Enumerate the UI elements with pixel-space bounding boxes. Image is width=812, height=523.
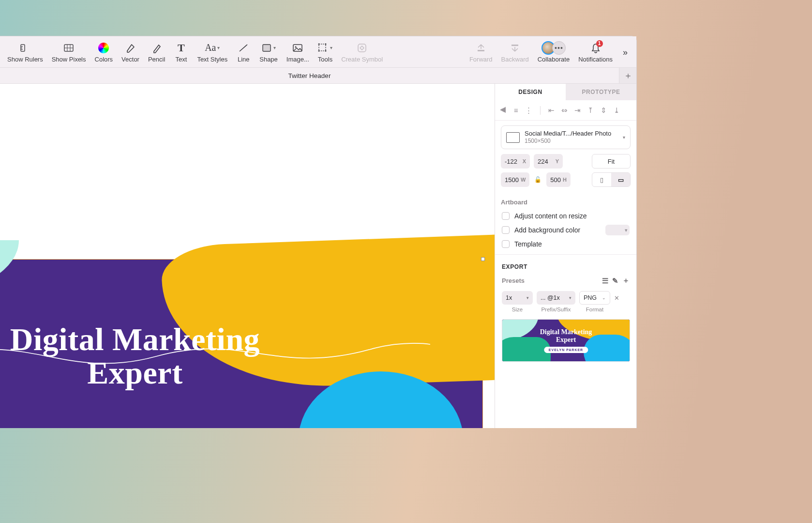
ruler-icon — [19, 42, 31, 54]
backward-icon — [509, 42, 521, 54]
tool-label: Tools — [318, 56, 332, 63]
x-field[interactable]: -122X — [501, 154, 530, 169]
canvas[interactable]: Digital Marketing Expert — [0, 83, 495, 428]
svg-rect-19 — [511, 45, 518, 46]
align-right-icon[interactable]: ⋮ — [525, 106, 532, 115]
text-icon: T — [178, 42, 185, 54]
line-tool[interactable]: Line — [232, 40, 255, 64]
tool-label: Forward — [469, 56, 493, 63]
checkbox-icon — [502, 240, 510, 248]
tools-dropdown[interactable]: ▾ Tools — [314, 40, 337, 64]
bell-icon: 1 — [590, 42, 601, 54]
align-vcenter-icon[interactable]: ⇕ — [601, 106, 607, 115]
checkbox-label: Add background color — [514, 226, 580, 234]
backward-tool: Backward — [497, 40, 533, 64]
y-field[interactable]: 224Y — [534, 154, 563, 169]
tool-label: Text — [175, 56, 187, 63]
tool-label: Notifications — [578, 56, 613, 63]
artboard-icon — [506, 132, 520, 143]
svg-point-13 — [318, 43, 319, 45]
add-tab-button[interactable]: ＋ — [619, 68, 636, 84]
portrait-icon[interactable]: ▯ — [592, 173, 611, 186]
add-preset-icon[interactable]: ＋ — [622, 276, 630, 285]
show-pixels-tool[interactable]: Show Pixels — [47, 40, 90, 64]
export-prefix-select[interactable]: ... @1x▾ — [537, 291, 575, 305]
pencil-tool[interactable]: Pencil — [144, 40, 169, 64]
shape-tool[interactable]: ▾ Shape — [255, 40, 282, 64]
colors-tool[interactable]: Colors — [90, 40, 118, 64]
toolbar: Show Rulers Show Pixels Colors Vector Pe… — [0, 36, 636, 67]
tool-label: Show Pixels — [52, 56, 86, 63]
text-styles-tool[interactable]: Aa ▾ Text Styles — [193, 40, 232, 64]
preview-headline: Digital Marketing Expert — [502, 328, 630, 343]
notifications-tool[interactable]: 1 Notifications — [574, 40, 617, 64]
orientation-toggle[interactable]: ▯ ▭ — [592, 172, 631, 187]
image-tool[interactable]: Image... — [282, 40, 314, 64]
align-top-icon[interactable]: ⤒ — [587, 106, 594, 115]
tool-label: Shape — [259, 56, 278, 63]
presets-label: Presets — [502, 277, 598, 284]
tool-label: Backward — [501, 56, 529, 63]
knife-icon[interactable]: ✎ — [612, 277, 618, 285]
svg-line-8 — [240, 45, 247, 51]
align-hcenter-icon[interactable]: ≡ — [514, 106, 518, 114]
fit-button[interactable]: Fit — [592, 154, 631, 169]
tool-label: Create Symbol — [341, 56, 383, 63]
svg-rect-18 — [478, 50, 484, 51]
export-format-label: Format — [579, 307, 610, 312]
tool-label: Pencil — [148, 56, 165, 63]
template-checkbox[interactable]: Template — [495, 238, 636, 250]
bg-color-swatch[interactable]: ▾ — [605, 225, 630, 235]
create-symbol-tool: Create Symbol — [337, 40, 387, 64]
selection-handle[interactable] — [481, 257, 485, 261]
adjust-content-checkbox[interactable]: Adjust content on resize — [495, 210, 636, 222]
distribute-hcenter-icon[interactable]: ⇔ — [561, 106, 568, 115]
svg-point-16 — [325, 50, 326, 51]
vector-tool[interactable]: Vector — [117, 40, 144, 64]
checkbox-label: Adjust content on resize — [514, 212, 586, 220]
align-left-icon[interactable]: ⯇ — [500, 106, 507, 114]
export-size-select[interactable]: 1x▾ — [502, 291, 533, 305]
h-field[interactable]: 500H — [546, 172, 571, 187]
pen-icon — [125, 42, 136, 54]
chevron-down-icon: ▾ — [330, 45, 332, 50]
headline-text: Digital Marketing Expert — [0, 323, 290, 390]
artboard-preset-selector[interactable]: Social Media/T.../Header Photo 1500×500 … — [501, 125, 631, 149]
export-prefix-label: Prefix/Suffix — [537, 307, 575, 312]
checkbox-label: Template — [514, 240, 542, 248]
tool-label: Show Rulers — [7, 56, 43, 63]
pixels-icon — [63, 42, 75, 54]
remove-preset-icon[interactable]: ✕ — [614, 294, 619, 302]
distribute-right-icon[interactable]: ⇥ — [574, 106, 581, 115]
checkbox-icon — [502, 226, 510, 234]
alignment-controls: ⯇ ≡ ⋮ ⇤ ⇔ ⇥ ⤒ ⇕ ⤓ — [495, 100, 636, 121]
collaborators-icon: ••• — [541, 42, 566, 54]
distribute-h-icon[interactable]: ⇤ — [548, 106, 555, 115]
preset-name: Social Media/T.../Header Photo — [525, 130, 611, 138]
w-field[interactable]: 1500W — [501, 172, 529, 187]
tab-prototype[interactable]: PROTOTYPE — [566, 84, 636, 100]
tab-design[interactable]: DESIGN — [495, 84, 566, 100]
add-bg-checkbox[interactable]: Add background color ▾ — [495, 222, 636, 238]
landscape-icon[interactable]: ▭ — [611, 173, 630, 186]
svg-rect-17 — [358, 44, 366, 52]
collaborate-tool[interactable]: ••• Collaborate — [533, 40, 574, 64]
textstyles-icon: Aa — [205, 42, 216, 54]
lock-aspect-icon[interactable]: 🔓 — [533, 176, 542, 183]
toolbar-overflow[interactable]: » — [617, 45, 633, 59]
section-artboard-title: Artboard — [495, 194, 636, 210]
sliders-icon[interactable]: ☰ — [602, 277, 608, 285]
show-rulers-tool[interactable]: Show Rulers — [3, 40, 47, 64]
inspector-tabs: DESIGN PROTOTYPE — [495, 84, 636, 100]
document-title: Twitter Header — [0, 72, 619, 79]
svg-rect-12 — [319, 44, 326, 51]
artboard-twitter-header[interactable]: Digital Marketing Expert — [0, 259, 483, 428]
tool-label: Image... — [286, 56, 309, 63]
tool-label: Colors — [95, 56, 113, 63]
export-format-select[interactable]: PNG⌄ — [579, 291, 610, 305]
pencil-icon — [151, 42, 163, 54]
chevron-down-icon: ▾ — [623, 135, 625, 140]
text-tool[interactable]: T Text — [169, 40, 193, 64]
align-bottom-icon[interactable]: ⤓ — [614, 106, 620, 115]
tools-icon — [318, 42, 329, 54]
